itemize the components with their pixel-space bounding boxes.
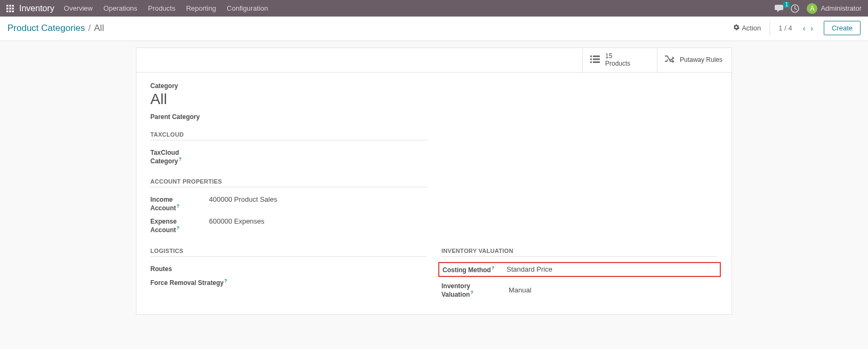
taxcloud-group: TAXCLOUD TaxCloud Category? <box>150 131 428 168</box>
control-panel-right: Action 1 / 4 ‹ › Create <box>733 21 861 35</box>
svg-rect-5 <box>12 7 14 10</box>
discuss-badge: 1 <box>783 2 790 8</box>
expense-account-label: Expense Account <box>150 218 176 234</box>
nav-links: Overview Operations Products Reporting C… <box>64 4 268 12</box>
svg-rect-4 <box>9 7 11 10</box>
action-label: Action <box>742 24 761 32</box>
control-panel: Product Categories / All Action 1 / 4 ‹ … <box>0 17 868 41</box>
help-icon[interactable]: ? <box>224 278 227 283</box>
products-label: Products <box>605 60 630 67</box>
apps-icon[interactable] <box>6 5 14 12</box>
gear-icon <box>733 24 740 32</box>
help-icon[interactable]: ? <box>492 265 495 271</box>
breadcrumb: Product Categories / All <box>7 23 104 34</box>
help-icon[interactable]: ? <box>179 156 182 162</box>
products-count: 15 <box>605 52 630 60</box>
account-properties-group: ACCOUNT PROPERTIES Income Account? 40000… <box>150 178 428 237</box>
two-col-container: LOGISTICS Routes Force Removal Strategy? <box>150 248 718 300</box>
logistics-section-title: LOGISTICS <box>150 248 427 257</box>
routes-value <box>236 262 427 275</box>
breadcrumb-current: All <box>94 23 104 34</box>
inventory-valuation-row: Inventory Valuation? Manual <box>441 280 718 300</box>
pager-arrows: ‹ › <box>801 24 815 33</box>
pager-prev-icon[interactable]: ‹ <box>801 24 808 33</box>
inventory-valuation-section-title: INVENTORY VALUATION <box>441 248 718 257</box>
income-account-label: Income Account <box>150 196 176 212</box>
taxcloud-section-title: TAXCLOUD <box>150 131 428 140</box>
nav-link-operations[interactable]: Operations <box>103 4 138 12</box>
svg-rect-6 <box>6 10 9 12</box>
parent-category-row: Parent Category <box>150 113 718 121</box>
costing-method-label: Costing Method? <box>443 265 501 274</box>
svg-rect-7 <box>9 10 11 12</box>
taxcloud-category-label: TaxCloud Category <box>150 149 179 165</box>
action-button[interactable]: Action <box>733 24 761 32</box>
stat-button-box: 15 Products Putaway Rules <box>136 48 732 73</box>
title-block: Category All <box>150 82 718 108</box>
user-menu[interactable]: A Administrator <box>807 3 862 14</box>
app-name[interactable]: Inventory <box>19 4 54 13</box>
divider <box>769 21 770 35</box>
svg-rect-12 <box>590 58 592 60</box>
pager-next-icon[interactable]: › <box>808 24 815 33</box>
topnav-right: 1 A Administrator <box>775 3 862 14</box>
putaway-label: Putaway Rules <box>680 56 722 64</box>
category-label: Category <box>150 82 718 90</box>
category-name: All <box>150 91 718 108</box>
inventory-valuation-value: Manual <box>503 286 718 294</box>
shuffle-icon <box>665 54 674 66</box>
inventory-valuation-group: INVENTORY VALUATION Costing Method? Stan… <box>441 248 718 300</box>
expense-account-value: 600000 Expenses <box>209 215 428 236</box>
force-removal-label: Force Removal Strategy <box>150 279 223 287</box>
avatar: A <box>807 3 817 14</box>
help-icon[interactable]: ? <box>470 290 473 295</box>
help-icon[interactable]: ? <box>176 225 180 231</box>
svg-rect-3 <box>6 7 9 10</box>
taxcloud-category-value <box>209 146 428 168</box>
svg-rect-11 <box>593 55 600 57</box>
svg-rect-13 <box>593 58 600 60</box>
svg-rect-2 <box>12 5 14 7</box>
breadcrumb-root[interactable]: Product Categories <box>7 23 85 34</box>
svg-rect-14 <box>590 61 592 63</box>
svg-rect-0 <box>6 5 9 7</box>
logistics-group: LOGISTICS Routes Force Removal Strategy? <box>150 248 427 289</box>
nav-link-overview[interactable]: Overview <box>64 4 93 12</box>
svg-rect-1 <box>9 5 11 7</box>
form-sheet: 15 Products Putaway Rules Category All P… <box>136 47 732 315</box>
discuss-icon[interactable]: 1 <box>775 5 783 12</box>
nav-link-products[interactable]: Products <box>148 4 175 12</box>
inventory-valuation-label: Inventory Valuation? <box>441 282 503 298</box>
svg-rect-15 <box>593 61 600 63</box>
clock-icon[interactable] <box>791 4 799 13</box>
account-properties-section-title: ACCOUNT PROPERTIES <box>150 178 428 187</box>
top-nav: Inventory Overview Operations Products R… <box>0 0 868 17</box>
income-account-value: 400000 Product Sales <box>209 193 428 215</box>
nav-link-reporting[interactable]: Reporting <box>186 4 216 12</box>
routes-label: Routes <box>150 265 172 273</box>
list-icon <box>590 54 600 66</box>
force-removal-value <box>236 275 427 289</box>
svg-rect-10 <box>590 55 592 57</box>
breadcrumb-separator: / <box>89 23 91 34</box>
stat-button-products[interactable]: 15 Products <box>582 48 657 72</box>
parent-category-label: Parent Category <box>150 113 200 121</box>
costing-method-row-highlighted: Costing Method? Standard Price <box>438 262 721 277</box>
create-button[interactable]: Create <box>824 21 861 35</box>
costing-method-value: Standard Price <box>501 265 717 273</box>
help-icon[interactable]: ? <box>176 203 180 209</box>
user-name-label: Administrator <box>821 4 862 12</box>
stat-button-putaway[interactable]: Putaway Rules <box>657 48 732 72</box>
sheet-body: Category All Parent Category TAXCLOUD Ta… <box>136 73 732 314</box>
form-container: 15 Products Putaway Rules Category All P… <box>0 41 868 326</box>
pager-text[interactable]: 1 / 4 <box>778 24 792 32</box>
svg-rect-8 <box>12 10 14 12</box>
nav-link-configuration[interactable]: Configuration <box>227 4 268 12</box>
